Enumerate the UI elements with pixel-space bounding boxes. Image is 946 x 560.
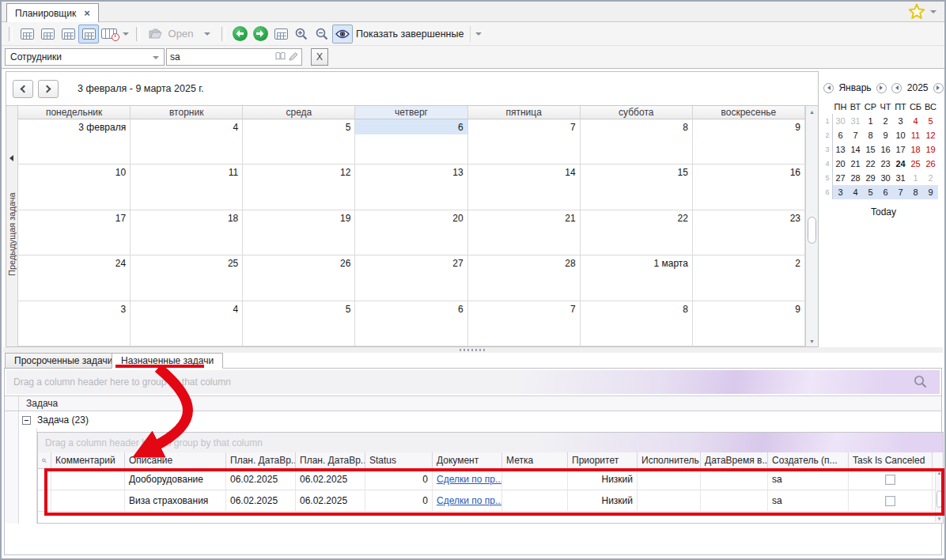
show-completed-dropdown[interactable] <box>472 25 485 44</box>
show-completed-toggle[interactable] <box>332 25 353 44</box>
toolbar-grip[interactable] <box>221 27 225 41</box>
mini-day-cell[interactable]: 16 <box>878 142 893 157</box>
mini-day-cell[interactable]: 26 <box>923 157 938 171</box>
day-cell[interactable]: 8 <box>581 119 693 165</box>
day-cell[interactable]: 22 <box>581 210 693 255</box>
view-month-button[interactable] <box>78 25 99 44</box>
mini-day-cell[interactable]: 5 <box>823 171 833 185</box>
col-description[interactable]: Описание <box>125 452 226 468</box>
day-cell[interactable]: 5 <box>243 119 355 165</box>
tab-assigned-tasks[interactable]: Назначенные задачи <box>112 353 223 369</box>
goto-date-button[interactable] <box>271 25 291 44</box>
day-cell[interactable]: 16 <box>693 165 805 210</box>
day-cell[interactable]: 17 <box>18 210 131 255</box>
col-document[interactable]: Документ <box>433 452 502 468</box>
task-row[interactable]: Дооборудование 06.02.2025 06.02.2025 0 С… <box>38 469 943 490</box>
group-row[interactable]: Задача (23) <box>5 412 941 428</box>
mini-day-cell[interactable]: 11 <box>908 128 923 142</box>
day-cell[interactable]: 9 <box>693 119 805 165</box>
col-priority[interactable]: Приоритет <box>568 452 638 468</box>
mini-day-cell[interactable]: 17 <box>893 142 908 157</box>
favorites-dropdown-icon[interactable] <box>930 10 937 13</box>
book-icon[interactable] <box>275 51 286 61</box>
day-cell[interactable]: 10 <box>18 165 131 210</box>
mini-day-cell[interactable]: 30 <box>878 171 893 185</box>
forward-button[interactable] <box>250 25 271 44</box>
prev-period-button[interactable] <box>13 80 33 98</box>
canceled-checkbox[interactable] <box>885 496 895 506</box>
day-cell[interactable]: 7 <box>468 119 581 165</box>
day-cell[interactable]: 15 <box>581 165 693 210</box>
favorites-star-icon[interactable] <box>908 3 925 20</box>
prev-month-button[interactable] <box>823 83 834 93</box>
mini-day-cell[interactable]: 21 <box>848 157 863 171</box>
search-icon[interactable] <box>914 375 927 388</box>
document-link[interactable]: Сделки по пр... <box>437 495 502 506</box>
day-cell[interactable]: 21 <box>468 210 581 255</box>
mini-day-cell[interactable]: 29 <box>863 171 878 185</box>
mini-day-cell[interactable]: 27 <box>833 171 848 185</box>
prev-year-button[interactable] <box>891 83 902 93</box>
day-cell[interactable]: 4 <box>131 301 243 346</box>
tab-close-icon[interactable]: × <box>84 7 90 19</box>
day-cell[interactable]: 18 <box>131 210 243 255</box>
mini-day-cell[interactable]: 2 <box>878 114 893 128</box>
view-timeline-button[interactable] <box>99 25 119 44</box>
mini-day-cell[interactable]: 3 <box>833 185 848 199</box>
day-cell[interactable]: 25 <box>131 255 243 301</box>
view-day-button[interactable] <box>17 25 37 44</box>
col-datetime[interactable]: ДатаВремя в... <box>701 452 768 468</box>
col-executor[interactable]: Исполнитель <box>638 452 701 468</box>
col-status[interactable]: Status <box>365 452 433 468</box>
tab-overdue-tasks[interactable]: Просроченные задачи <box>5 353 122 369</box>
mini-day-cell[interactable]: 7 <box>893 185 908 199</box>
day-cell[interactable]: 12 <box>243 165 355 210</box>
horizontal-splitter[interactable] <box>3 347 943 353</box>
group-by-panel[interactable]: Drag a column header here to group by th… <box>6 370 940 394</box>
mini-day-cell[interactable]: 1 <box>823 114 833 128</box>
view-dropdown-button[interactable] <box>119 25 132 44</box>
scroll-thumb[interactable] <box>937 490 942 508</box>
col-plan-end[interactable]: План. ДатаВр... <box>296 452 365 468</box>
mini-day-cell[interactable]: 8 <box>863 128 878 142</box>
mini-day-cell[interactable]: 2 <box>923 171 938 185</box>
canceled-checkbox[interactable] <box>885 475 895 485</box>
mini-day-cell[interactable]: 31 <box>848 114 863 128</box>
col-canceled[interactable]: Task Is Canceled <box>849 452 933 468</box>
open-button[interactable]: Open <box>144 25 201 44</box>
inner-group-by-panel[interactable]: Drag a column header here to group by th… <box>38 433 943 452</box>
mini-day-cell[interactable]: 5 <box>923 114 938 128</box>
mini-day-cell[interactable]: 5 <box>863 185 878 199</box>
view-week-button[interactable] <box>58 25 78 44</box>
day-cell[interactable]: 9 <box>693 301 805 346</box>
previous-task-collapsed-panel[interactable]: Предыдущая задача <box>6 106 18 346</box>
day-cell[interactable]: 13 <box>355 165 467 210</box>
zoom-in-button[interactable] <box>291 25 312 44</box>
mini-day-cell[interactable]: 9 <box>878 128 893 142</box>
day-cell[interactable]: 19 <box>243 210 355 255</box>
mini-day-cell[interactable]: 4 <box>823 157 833 171</box>
calendar-scrollbar[interactable]: ▲ ▼ <box>805 106 818 346</box>
next-year-button[interactable] <box>933 83 944 93</box>
collapse-arrow-icon[interactable] <box>9 155 13 161</box>
col-comment[interactable]: Комментарий <box>51 452 125 468</box>
mini-day-cell[interactable]: 6 <box>833 128 848 142</box>
day-cell[interactable]: 4 <box>131 119 243 165</box>
mini-day-cell[interactable]: 3 <box>893 114 908 128</box>
day-cell[interactable]: 8 <box>581 301 693 346</box>
mini-day-cell[interactable]: 8 <box>908 185 923 199</box>
toolbar-grip[interactable] <box>9 27 13 41</box>
mini-day-cell[interactable]: 3 <box>823 142 833 157</box>
mini-day-cell[interactable]: 22 <box>863 157 878 171</box>
mini-day-cell[interactable]: 4 <box>908 114 923 128</box>
day-cell[interactable]: 3 февраля <box>18 119 131 165</box>
day-cell[interactable]: 14 <box>468 165 581 210</box>
day-cell[interactable]: 24 <box>18 255 131 301</box>
mini-day-cell[interactable]: 6 <box>823 185 833 199</box>
header-search-cell[interactable] <box>38 452 51 468</box>
day-cell[interactable]: 26 <box>243 255 355 301</box>
mini-day-cell[interactable]: 2 <box>823 128 833 142</box>
mini-day-cell[interactable]: 15 <box>863 142 878 157</box>
mini-day-cell[interactable]: 28 <box>848 171 863 185</box>
day-cell[interactable]: 5 <box>243 301 355 346</box>
